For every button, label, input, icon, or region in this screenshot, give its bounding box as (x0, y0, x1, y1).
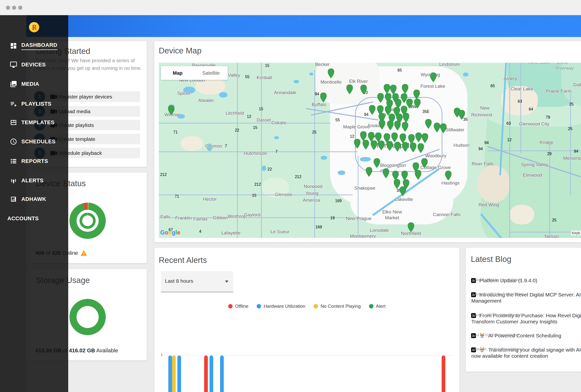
map-pin-icon[interactable] (394, 142, 401, 151)
map-canvas[interactable]: BeckerMonticelloElk RiverWyomingForest L… (159, 63, 581, 238)
map-pin-icon[interactable] (346, 85, 353, 94)
map-pin-icon[interactable] (366, 167, 372, 177)
sidebar-item[interactable]: MEDIA (0, 79, 68, 89)
map-pin-icon[interactable] (328, 69, 334, 78)
route-shield-icon: 15 (259, 107, 263, 111)
map-pin-icon[interactable] (383, 169, 389, 178)
chart-gridline (165, 355, 454, 356)
blog-post-title-line2: Transform Customer Journey Insights (471, 319, 558, 325)
map-pin-icon[interactable] (320, 93, 326, 102)
chart-bar[interactable] (220, 356, 224, 392)
map-pin-icon[interactable] (360, 131, 366, 141)
map-pin-icon[interactable] (387, 121, 394, 130)
chart-bar[interactable] (168, 356, 172, 392)
latest-blog-title: Latest Blog (471, 255, 511, 264)
map-pin-icon[interactable] (363, 140, 369, 150)
map-pin-icon[interactable] (374, 158, 380, 168)
map-pin-icon[interactable] (402, 122, 408, 132)
map-pin-icon[interactable] (400, 187, 406, 196)
map-city-label: Hutchinson (244, 151, 267, 156)
sidebar-item[interactable]: ADHAWK (0, 194, 68, 204)
map-pin-icon[interactable] (402, 171, 408, 180)
map-pin-icon[interactable] (416, 133, 422, 142)
route-shield-icon: 15 (252, 193, 256, 198)
chart-bar[interactable] (442, 356, 445, 392)
recent-alerts-title: Recent Alerts (159, 255, 207, 265)
map-city-label: Nelson (544, 234, 559, 238)
map-city-label: New Prague (346, 216, 372, 221)
map-road (358, 156, 358, 238)
map-pin-icon[interactable] (384, 84, 390, 94)
sidebar-item[interactable]: REPORTS (0, 156, 68, 166)
map-pin-icon[interactable] (377, 93, 384, 103)
map-city-label: Elko New (382, 209, 402, 215)
map-road (237, 63, 238, 238)
map-pin-icon[interactable] (425, 119, 432, 129)
map-pin-icon[interactable] (410, 143, 416, 152)
sidebar-item-label: ACCOUNTS (7, 215, 39, 222)
map-pin-icon[interactable] (434, 123, 440, 132)
map-city-label: Dallas (574, 82, 581, 87)
map-city-label: Amery (504, 76, 517, 81)
map-pin-icon[interactable] (369, 105, 376, 115)
map-pin-icon[interactable] (422, 133, 428, 143)
map-pin-icon[interactable] (440, 124, 446, 133)
chart-bar[interactable] (172, 356, 176, 392)
map-pin-icon[interactable] (430, 72, 436, 82)
route-shield-icon: 71 (175, 194, 179, 199)
window-button-icon[interactable] (12, 6, 16, 10)
window-button-icon[interactable] (18, 6, 22, 10)
map-city-label: Prairie Farm (546, 88, 572, 94)
map-pin-icon[interactable] (402, 142, 408, 152)
map-pin-icon[interactable] (414, 99, 420, 108)
map-pin-icon[interactable] (458, 110, 465, 120)
map-pin-icon[interactable] (402, 84, 408, 94)
map-pin-icon[interactable] (378, 141, 384, 150)
map-city-label: New (480, 105, 490, 111)
sidebar-item-icon (10, 100, 17, 108)
chart-bar[interactable] (210, 356, 213, 392)
route-shield-icon: 29 (547, 152, 552, 156)
sidebar-item[interactable]: ACCOUNTS (0, 214, 68, 223)
map-pin-icon[interactable] (445, 171, 452, 180)
map-lake (294, 80, 299, 83)
map-pin-icon[interactable] (391, 133, 398, 142)
sidebar-item[interactable]: SCHEDULES (0, 137, 68, 147)
map-road (510, 232, 581, 232)
map-button[interactable]: Map (161, 66, 194, 80)
map-pin-icon[interactable] (168, 105, 174, 115)
map-pin-icon[interactable] (403, 113, 409, 123)
map-pin-icon[interactable] (354, 139, 360, 149)
map-pin-icon[interactable] (386, 141, 393, 151)
map-city-label: Glenwood City (519, 121, 549, 127)
route-shield-icon: 94 (315, 92, 319, 96)
map-city-label: Le Sueur (270, 229, 289, 234)
map-pin-icon[interactable] (371, 140, 377, 150)
map-pin-icon[interactable] (379, 120, 385, 129)
chart-bar[interactable] (204, 356, 208, 392)
map-pin-icon[interactable] (421, 158, 428, 168)
map-city-label: Buffalo (312, 102, 326, 107)
legend-dot-icon (314, 304, 318, 308)
chart-bar[interactable] (178, 356, 181, 392)
sidebar-item[interactable]: DEVICES (0, 60, 68, 70)
map-pin-icon[interactable] (414, 90, 420, 99)
route-shield-icon: 12 (247, 114, 251, 119)
map-pin-icon[interactable] (415, 170, 421, 180)
sidebar-item[interactable]: DASHBOARD (0, 41, 68, 51)
satellite-button[interactable]: Satellite (194, 66, 228, 80)
keyboard-shortcuts-label[interactable]: Keyb (571, 230, 581, 235)
map-pin-icon[interactable] (394, 121, 401, 130)
map-pin-icon[interactable] (360, 85, 367, 94)
sidebar-item[interactable]: PLAYLISTS (0, 99, 68, 109)
window-button-icon[interactable] (6, 6, 10, 10)
map-patch (181, 136, 203, 151)
map-pin-icon[interactable] (408, 222, 414, 232)
map-pin-icon[interactable] (418, 143, 424, 153)
sidebar-item[interactable]: ALERTS (0, 176, 68, 186)
map-city-label: Cosmos (205, 143, 222, 149)
route-shield-icon: 212 (295, 175, 302, 179)
time-range-dropdown[interactable]: Last 8 hours (161, 271, 233, 292)
sidebar-item[interactable]: TEMPLATES (0, 118, 68, 127)
map-pin-icon[interactable] (394, 179, 400, 189)
